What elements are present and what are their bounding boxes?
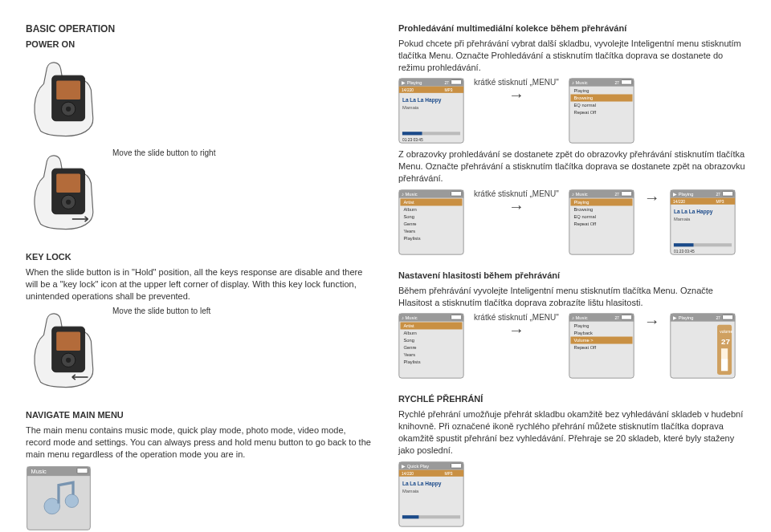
caption-slide-right: Move the slide button to right <box>112 148 215 157</box>
key-lock-section: KEY LOCK When the slide button is in "Ho… <box>26 251 373 395</box>
svg-text:Repeat   Off: Repeat Off <box>573 110 596 115</box>
svg-text:01:23   03:45: 01:23 03:45 <box>402 138 423 142</box>
svg-text:Playlists: Playlists <box>404 236 421 241</box>
svg-text:27: 27 <box>614 193 619 197</box>
arrow-right-icon: → <box>508 198 524 214</box>
svg-text:MP3: MP3 <box>444 89 452 93</box>
svg-text:EQ       normal: EQ normal <box>573 214 595 219</box>
illustration-hand-power-on <box>26 55 106 144</box>
navigate-body: The main menu contains music mode, quick… <box>26 424 373 461</box>
svg-text:▶ Playing: ▶ Playing <box>402 81 422 86</box>
svg-text:Music: Music <box>31 468 47 475</box>
arrow-right-icon: → <box>644 313 660 329</box>
svg-text:Browsing: Browsing <box>573 207 593 212</box>
heading-browse: Prohledávání multimediální kolekce během… <box>398 22 745 35</box>
svg-text:Genre: Genre <box>404 346 417 351</box>
svg-text:14/220: 14/220 <box>673 200 685 204</box>
svg-text:♪ Music: ♪ Music <box>402 316 418 321</box>
svg-rect-122 <box>621 315 631 320</box>
screen-volume: ▶ Playing 27 volume 27 <box>670 313 736 379</box>
heading-key-lock: KEY LOCK <box>26 251 373 263</box>
svg-text:27: 27 <box>716 317 720 321</box>
screen-playing-1: ▶ Playing 27 14/220 MP3 La La La Happy M… <box>398 78 464 144</box>
svg-text:Years: Years <box>404 353 416 358</box>
screen-quickplay: ▶ Quick Play 14/220 MP3 La La La Happy M… <box>398 461 464 527</box>
svg-text:01:23   03:45: 01:23 03:45 <box>674 250 695 254</box>
svg-rect-138 <box>721 359 728 372</box>
arrow-right-icon: → <box>508 87 524 103</box>
svg-text:Playing: Playing <box>573 200 589 205</box>
screen-playback-menu: ♪ Music 27PlayingPlaybackVolume >Repeat … <box>569 313 634 379</box>
screen-browse-menu-1: ♪ Music 27PlayingBrowsingEQ normalRepeat… <box>569 78 634 144</box>
svg-text:EQ       normal: EQ normal <box>573 103 595 108</box>
svg-text:La La La Happy: La La La Happy <box>402 480 442 486</box>
screen-playing-2: ▶ Playing 27 14/220 MP3 La La La Happy M… <box>670 189 736 255</box>
svg-text:♪ Music: ♪ Music <box>572 316 588 321</box>
left-column: BASIC OPERATION POWER ON Move the slide … <box>26 19 373 532</box>
svg-rect-98 <box>722 191 732 196</box>
svg-text:Mamaia: Mamaia <box>402 488 419 493</box>
svg-text:▶ Playing: ▶ Playing <box>673 192 693 197</box>
svg-text:Mamaia: Mamaia <box>402 105 419 110</box>
quickplay-body: Rychlé přehrání umožňuje přehrát skladbu… <box>398 408 745 456</box>
heading-quickplay: RYCHLÉ PŘEHRÁNÍ <box>398 393 745 405</box>
volume-section: Nastavení hlasitosti během přehrávání Bě… <box>398 270 745 380</box>
screen-browse-menu-2: ♪ Music 27PlayingBrowsingEQ normalRepeat… <box>569 189 634 255</box>
heading-volume: Nastavení hlasitosti během přehrávání <box>398 270 745 282</box>
heading-power-on: POWER ON <box>26 39 373 51</box>
svg-text:Playing: Playing <box>573 323 589 328</box>
svg-text:♪ Music: ♪ Music <box>572 192 588 197</box>
right-column: Prohledávání multimediální kolekce během… <box>398 19 745 532</box>
svg-rect-62 <box>402 132 422 136</box>
svg-text:14/220: 14/220 <box>402 89 414 93</box>
svg-text:Playing: Playing <box>573 88 589 93</box>
svg-text:27: 27 <box>716 193 720 197</box>
svg-text:La La La Happy: La La La Happy <box>402 97 442 104</box>
svg-rect-106 <box>674 243 694 246</box>
svg-rect-77 <box>451 191 462 196</box>
arrow-menu-tap-1: krátké stisknutí „MENU" → <box>471 78 562 103</box>
svg-text:Mamaia: Mamaia <box>674 216 691 221</box>
svg-text:Artist: Artist <box>404 200 414 205</box>
svg-text:♪ Music: ♪ Music <box>572 81 588 86</box>
svg-rect-111 <box>451 315 462 320</box>
screen-browse-list-2: ♪ Music ArtistAlbumSongGenreYearsPlaylis… <box>398 313 464 379</box>
svg-text:Repeat   Off: Repeat Off <box>573 221 596 226</box>
caption-slide-left: Move the slide button to left <box>112 307 210 315</box>
svg-text:La La La Happy: La La La Happy <box>674 208 713 214</box>
heading-navigate: NAVIGATE MAIN MENU <box>26 409 373 421</box>
svg-text:14/220: 14/220 <box>402 472 414 476</box>
navigate-main-menu-section: NAVIGATE MAIN MENU The main menu contain… <box>26 409 373 530</box>
illustration-hand-slide-right <box>26 148 106 237</box>
svg-text:Playlists: Playlists <box>404 360 421 365</box>
svg-text:27: 27 <box>444 82 449 86</box>
arrow-menu-tap-2: krátké stisknutí „MENU" → <box>471 189 562 214</box>
browse-body: Pokud chcete při přehrávání vybrat další… <box>398 38 745 74</box>
svg-point-9 <box>65 494 78 507</box>
arrow-4: → <box>641 313 663 329</box>
svg-rect-88 <box>621 191 631 196</box>
svg-text:Volume   >: Volume > <box>573 339 594 343</box>
svg-text:volume: volume <box>720 330 732 334</box>
svg-text:▶ Playing: ▶ Playing <box>673 316 693 321</box>
illustration-hand-slide-left <box>26 307 106 395</box>
svg-rect-7 <box>77 468 88 473</box>
svg-text:Song: Song <box>404 339 414 343</box>
arrow-right-icon: → <box>644 189 660 205</box>
heading-basic-operation: BASIC OPERATION <box>26 22 373 35</box>
svg-text:Playback: Playback <box>573 331 592 335</box>
svg-text:♪ Music: ♪ Music <box>402 192 418 197</box>
svg-text:▶ Quick Play: ▶ Quick Play <box>402 464 429 469</box>
arrow-right-icon: → <box>508 322 524 338</box>
menu-tile-music-large: Music <box>26 465 92 531</box>
svg-rect-149 <box>402 515 418 518</box>
screen-browse-list: ♪ Music ArtistAlbumSongGenreYearsPlaylis… <box>398 189 464 255</box>
svg-text:MP3: MP3 <box>444 472 452 476</box>
arrow-3: → <box>641 189 663 205</box>
arrow-menu-tap-3: krátké stisknutí „MENU" → <box>471 313 562 338</box>
basic-operation-section: BASIC OPERATION POWER ON Move the slide … <box>26 22 373 237</box>
svg-text:Years: Years <box>404 229 416 234</box>
browse-section: Prohledávání multimediální kolekce během… <box>398 22 745 255</box>
svg-text:MP3: MP3 <box>716 200 724 204</box>
quickplay-section: RYCHLÉ PŘEHRÁNÍ Rychlé přehrání umožňuje… <box>398 393 745 526</box>
